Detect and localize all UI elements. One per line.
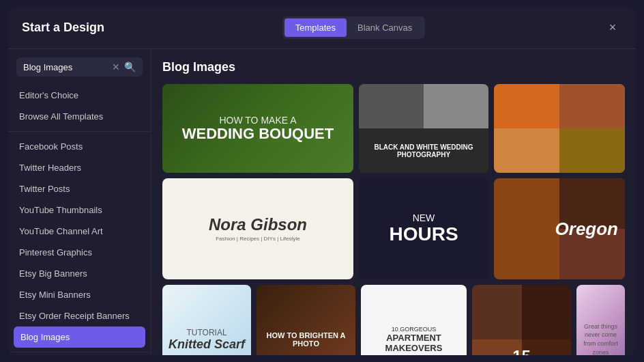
template-card-food[interactable]	[494, 84, 625, 173]
sidebar-item-youtube-thumbnails[interactable]: YouTube Thumbnails	[8, 199, 151, 221]
bw-photo-left	[359, 84, 424, 128]
modal-title: Start a Design	[22, 20, 104, 35]
hours-new: NEW	[389, 212, 458, 223]
template-row-3: TUTORIAL Knitted Scarf HOW TO BRIGHTEN A…	[162, 285, 625, 355]
template-card-brighten[interactable]: HOW TO BRIGHTEN A PHOTO	[257, 285, 355, 355]
bw-label: BLACK AND WHITE WEDDING PHOTOGRAPHY	[359, 141, 488, 161]
sidebar-item-facebook-posts[interactable]: Facebook Posts	[8, 136, 151, 157]
sidebar-item-twitter-posts[interactable]: Twitter Posts	[8, 178, 151, 199]
sidebar-item-etsy-mini-banners[interactable]: Etsy Mini Banners	[8, 284, 151, 305]
divider	[8, 131, 151, 132]
mountain-text: Great things never come from comfort zon…	[576, 317, 625, 355]
bw-photo-right	[424, 84, 488, 128]
nora-name: Nora Gibson	[209, 217, 307, 233]
sidebar-item-youtube-channel-art[interactable]: YouTube Channel Art	[8, 221, 151, 242]
apt-main: APARTMENT MAKEOVERS	[369, 333, 458, 353]
sidebar: ✕ 🔍 Editor's Choice Browse All Templates…	[8, 49, 151, 355]
wedding-main-title: WEDDING BOUQUET	[182, 126, 334, 142]
tab-templates[interactable]: Templates	[284, 18, 347, 37]
template-card-hours[interactable]: NEW HOURS	[359, 178, 488, 279]
search-input[interactable]	[23, 62, 108, 72]
template-card-bw[interactable]: BLACK AND WHITE WEDDING PHOTOGRAPHY	[359, 84, 488, 173]
sidebar-item-pinterest-graphics[interactable]: Pinterest Graphics	[8, 242, 151, 263]
knit-tutorial: TUTORIAL	[169, 328, 245, 337]
tab-blank-canvas[interactable]: Blank Canvas	[347, 18, 423, 37]
brighten-text: HOW TO BRIGHTEN A PHOTO	[257, 331, 355, 348]
sidebar-item-etsy-big-banners[interactable]: Etsy Big Banners	[8, 263, 151, 284]
modal-body: ✕ 🔍 Editor's Choice Browse All Templates…	[8, 49, 636, 355]
hours-label: HOURS	[389, 223, 458, 245]
template-card-mountain[interactable]: Great things never come from comfort zon…	[576, 285, 625, 355]
modal-header: Start a Design Templates Blank Canvas ×	[8, 7, 636, 49]
template-row-2: Nora Gibson Fashion | Recipes | DIYs | L…	[162, 178, 625, 279]
apt-top: 10 GORGEOUS	[369, 326, 458, 333]
sidebar-item-etsy-order-receipt[interactable]: Etsy Order Receipt Banners	[8, 305, 151, 326]
search-icon: 🔍	[124, 61, 136, 72]
food-cell-4	[559, 128, 625, 173]
dinner-cell-2	[522, 285, 572, 339]
wedding-how-to: HOW TO MAKE A	[182, 115, 334, 126]
content-title: Blog Images	[162, 60, 625, 74]
sidebar-item-editors-choice[interactable]: Editor's Choice	[8, 85, 151, 106]
content-area: Blog Images HOW TO MAKE A WEDDING BOUQUE…	[151, 49, 636, 355]
tab-group: Templates Blank Canvas	[282, 16, 425, 39]
dinner-number: 15	[512, 347, 531, 355]
sidebar-item-twitter-headers[interactable]: Twitter Headers	[8, 157, 151, 178]
divider2	[8, 352, 151, 352]
template-card-dinner[interactable]: 15 weeknight Dinner Recipes	[472, 285, 571, 355]
sidebar-item-browse-all[interactable]: Browse All Templates	[8, 106, 151, 127]
oregon-text: Oregon	[555, 219, 618, 240]
template-card-wedding[interactable]: HOW TO MAKE A WEDDING BOUQUET	[162, 84, 353, 173]
template-row-1: HOW TO MAKE A WEDDING BOUQUET BLACK AND …	[162, 84, 625, 173]
sidebar-item-blog-images[interactable]: Blog Images	[14, 326, 145, 348]
template-card-knit[interactable]: TUTORIAL Knitted Scarf	[162, 285, 251, 355]
knit-main: Knitted Scarf	[169, 337, 245, 352]
template-card-oregon[interactable]: Oregon	[494, 178, 625, 279]
start-design-modal: Start a Design Templates Blank Canvas × …	[8, 7, 636, 355]
search-box[interactable]: ✕ 🔍	[16, 57, 143, 76]
close-button[interactable]: ×	[603, 18, 622, 38]
template-card-nora[interactable]: Nora Gibson Fashion | Recipes | DIYs | L…	[162, 178, 353, 279]
food-cell-1	[494, 84, 559, 128]
nora-sub: Fashion | Recipes | DIYs | Lifestyle	[209, 236, 307, 242]
dinner-cell-1	[472, 285, 522, 339]
food-cell-3	[494, 128, 559, 173]
clear-search-button[interactable]: ✕	[112, 61, 120, 72]
food-cell-2	[559, 84, 625, 128]
template-card-apt[interactable]: 10 GORGEOUS APARTMENT MAKEOVERS	[361, 285, 467, 355]
